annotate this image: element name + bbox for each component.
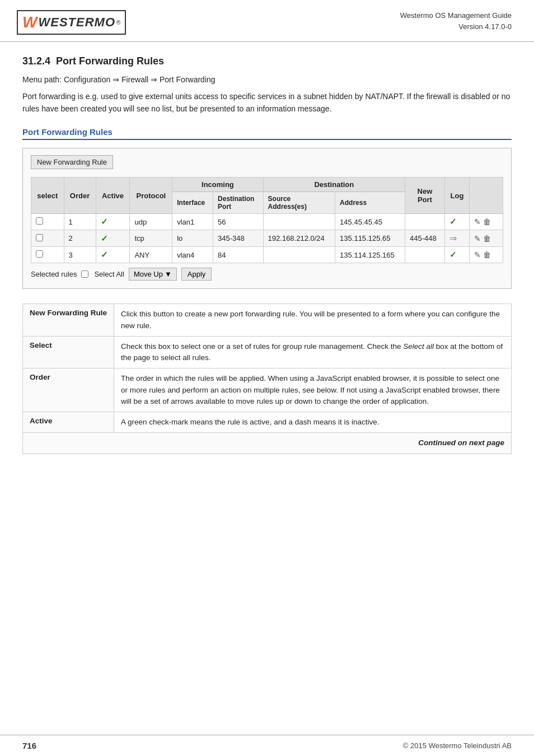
row2-actions: ✎ 🗑 xyxy=(470,230,503,247)
row1-edit-icon[interactable]: ✎ xyxy=(474,217,481,226)
row3-order: 3 xyxy=(64,247,96,263)
section-number: 31.2.4 xyxy=(22,55,50,67)
row2-protocol: tcp xyxy=(130,230,172,247)
row2-active-icon: ✓ xyxy=(101,234,108,243)
row1-active-icon: ✓ xyxy=(101,217,108,226)
row3-protocol: ANY xyxy=(130,247,172,263)
col-header-newport: New Port xyxy=(405,178,445,214)
selected-rules-label: Selected rules xyxy=(31,270,77,278)
continued-text: Continued on next page xyxy=(23,433,512,454)
pf-box: New Forwarding Rule select Order Active … xyxy=(22,148,512,289)
row2-newport: 445-448 xyxy=(405,230,445,247)
row2-source: 192.168.212.0/24 xyxy=(263,230,335,247)
row3-active-icon: ✓ xyxy=(101,250,108,259)
desc-term-new-forwarding-rule: New Forwarding Rule xyxy=(23,304,114,337)
move-up-button[interactable]: Move Up ▼ xyxy=(129,268,177,281)
col-header-address: Address xyxy=(335,192,405,214)
row2-edit-icon[interactable]: ✎ xyxy=(474,234,481,243)
col-header-interface: Interface xyxy=(172,192,213,214)
desc-def-active: A green check-mark means the rule is act… xyxy=(114,412,512,433)
row3-edit-icon[interactable]: ✎ xyxy=(474,250,481,259)
forwarding-rules-table: select Order Active Protocol Incoming De… xyxy=(31,177,503,263)
new-forwarding-rule-button[interactable]: New Forwarding Rule xyxy=(31,155,113,169)
desc-def-new-forwarding-rule: Click this button to create a new port f… xyxy=(114,304,512,337)
col-header-protocol: Protocol xyxy=(130,178,172,214)
table-row: 2 ✓ tcp lo 345-348 192.168.212.0/24 135.… xyxy=(31,230,503,247)
desc-row-order: Order The order in which the rules will … xyxy=(23,368,512,412)
row3-active: ✓ xyxy=(96,247,130,263)
select-all-checkbox[interactable] xyxy=(81,270,88,278)
col-header-log: Log xyxy=(444,178,469,214)
logo-reg: ® xyxy=(116,20,120,26)
page-footer: 716 © 2015 Westermo Teleindustri AB xyxy=(0,735,534,756)
row1-active: ✓ xyxy=(96,214,130,230)
row1-checkbox[interactable] xyxy=(36,217,43,225)
pf-section-title: Port Forwarding Rules xyxy=(22,127,512,140)
logo-box: W WeSTermo® xyxy=(17,10,126,35)
row1-log: ✓ xyxy=(444,214,469,230)
page-header: W WeSTermo® Westermo OS Management Guide… xyxy=(0,0,534,42)
row1-order: 1 xyxy=(64,214,96,230)
row2-delete-icon[interactable]: 🗑 xyxy=(483,234,491,243)
main-content: 31.2.4 Port Forwarding Rules Menu path: … xyxy=(0,42,534,477)
desc-term-active: Active xyxy=(23,412,114,433)
col-header-select: select xyxy=(31,178,64,214)
row3-log-icon: ✓ xyxy=(449,250,457,259)
move-up-arrow-icon: ▼ xyxy=(165,270,172,278)
row2-address: 135.115.125.65 xyxy=(335,230,405,247)
table-row: 3 ✓ ANY vlan4 84 135.114.125.165 ✓ ✎ 🗑 xyxy=(31,247,503,263)
row1-protocol: udp xyxy=(130,214,172,230)
table-row: 1 ✓ udp vlan1 56 145.45.45.45 ✓ ✎ 🗑 xyxy=(31,214,503,230)
row1-log-icon: ✓ xyxy=(449,217,457,226)
row2-destport: 345-348 xyxy=(213,230,264,247)
row2-interface: lo xyxy=(172,230,213,247)
description-table: New Forwarding Rule Click this button to… xyxy=(22,304,512,454)
move-up-label: Move Up xyxy=(134,270,163,278)
select-all-italic: Select all xyxy=(403,342,434,351)
col-header-actions xyxy=(470,178,503,214)
col-header-incoming: Incoming xyxy=(172,178,263,192)
row2-checkbox[interactable] xyxy=(36,234,43,241)
desc-def-select: Check this box to select one or a set of… xyxy=(114,336,512,368)
row3-checkbox[interactable] xyxy=(36,250,43,258)
header-title-line2: Version 4.17.0-0 xyxy=(400,21,512,32)
apply-button[interactable]: Apply xyxy=(181,268,212,281)
logo-text: WeSTermo xyxy=(38,15,115,30)
row1-delete-icon[interactable]: 🗑 xyxy=(483,217,491,226)
row3-source xyxy=(263,247,335,263)
row1-address: 145.45.45.45 xyxy=(335,214,405,230)
desc-row-continued: Continued on next page xyxy=(23,433,512,454)
col-header-destport: Destination Port xyxy=(213,192,264,214)
section-heading: 31.2.4 Port Forwarding Rules xyxy=(22,55,512,67)
row1-actions: ✎ 🗑 xyxy=(470,214,503,230)
desc-term-order: Order xyxy=(23,368,114,412)
row3-destport: 84 xyxy=(213,247,264,263)
row1-select[interactable] xyxy=(31,214,64,230)
row2-log: ⇒ xyxy=(444,230,469,247)
desc-row-active: Active A green check-mark means the rule… xyxy=(23,412,512,433)
row3-select[interactable] xyxy=(31,247,64,263)
col-header-active: Active xyxy=(96,178,130,214)
row2-select[interactable] xyxy=(31,230,64,247)
description: Port forwarding is e.g. used to give ext… xyxy=(22,91,512,115)
logo-w-icon: W xyxy=(22,13,37,31)
desc-term-select: Select xyxy=(23,336,114,368)
row2-order: 2 xyxy=(64,230,96,247)
col-header-source: Source Address(es) xyxy=(263,192,335,214)
section-title: Port Forwarding Rules xyxy=(56,55,164,67)
row3-interface: vlan4 xyxy=(172,247,213,263)
selected-rules-row: Selected rules Select All Move Up ▼ Appl… xyxy=(31,268,503,281)
row1-source xyxy=(263,214,335,230)
select-all-label: Select All xyxy=(94,270,124,278)
logo-area: W WeSTermo® xyxy=(17,10,126,35)
row3-delete-icon[interactable]: 🗑 xyxy=(483,250,491,259)
row3-actions: ✎ 🗑 xyxy=(470,247,503,263)
row1-interface: vlan1 xyxy=(172,214,213,230)
desc-row-new-forwarding-rule: New Forwarding Rule Click this button to… xyxy=(23,304,512,337)
row2-log-icon: ⇒ xyxy=(449,234,457,243)
desc-row-select: Select Check this box to select one or a… xyxy=(23,336,512,368)
header-title-line1: Westermo OS Management Guide xyxy=(400,10,512,21)
desc-def-order: The order in which the rules will be app… xyxy=(114,368,512,412)
footer-page-number: 716 xyxy=(22,741,36,750)
row3-newport xyxy=(405,247,445,263)
